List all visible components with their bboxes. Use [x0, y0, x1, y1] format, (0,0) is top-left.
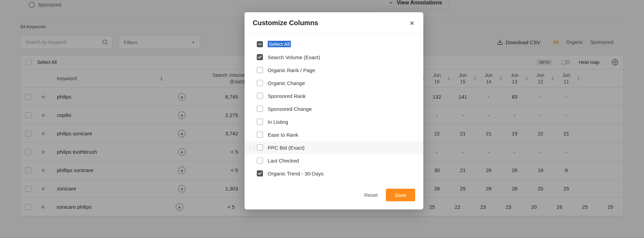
option-label: Ease to Rank — [268, 132, 298, 138]
reset-button[interactable]: Reset — [364, 192, 378, 198]
option-label: Search Volume (Exact) — [268, 54, 320, 60]
option-label: Last Checked — [268, 158, 299, 164]
column-option[interactable]: ⋮⋮ Ease to Rank — [245, 128, 423, 141]
option-checkbox[interactable] — [257, 80, 263, 86]
option-checkbox[interactable] — [257, 54, 263, 60]
option-checkbox[interactable] — [257, 106, 263, 112]
column-option[interactable]: ⋮⋮ Organic Change — [245, 76, 423, 89]
option-checkbox[interactable] — [257, 157, 263, 164]
modal-title: Customize Columns — [253, 19, 318, 27]
option-checkbox[interactable] — [257, 132, 263, 138]
option-label: Sponsored Rank — [268, 93, 306, 99]
customize-columns-modal: Customize Columns Select All ⋮⋮ Search V… — [245, 12, 423, 209]
column-option[interactable]: ⋮⋮ PPC Bid (Exact) — [245, 141, 423, 154]
save-button[interactable]: Save — [386, 189, 415, 201]
column-option[interactable]: ⋮⋮ Sponsored Rank — [245, 89, 423, 102]
option-label: In Listing — [268, 119, 288, 125]
option-checkbox[interactable] — [257, 93, 263, 99]
column-option[interactable]: ⋮⋮ Search Volume (Exact) — [245, 51, 423, 64]
drag-handle-icon[interactable]: ⋮⋮ — [248, 145, 255, 150]
option-checkbox[interactable] — [257, 67, 263, 73]
option-checkbox[interactable] — [257, 119, 263, 125]
column-option[interactable]: ⋮⋮ Organic Rank / Page — [245, 64, 423, 76]
option-label: PPC Bid (Exact) — [268, 145, 304, 151]
option-checkbox[interactable] — [257, 170, 263, 176]
option-label: Organic Rank / Page — [268, 67, 315, 73]
close-icon[interactable] — [409, 20, 415, 26]
option-checkbox[interactable] — [257, 144, 263, 151]
column-option[interactable]: ⋮⋮ Last Checked — [245, 154, 423, 167]
select-all-highlight: Select All — [268, 41, 291, 47]
select-all-option[interactable]: Select All — [245, 37, 423, 51]
select-all-checkbox-modal[interactable] — [257, 41, 263, 47]
option-label: Organic Trend - 30-Days — [268, 171, 324, 176]
option-label: Sponsored Change — [268, 106, 312, 112]
column-option[interactable]: ⋮⋮ Sponsored Change — [245, 102, 423, 115]
option-label: Organic Change — [268, 80, 305, 86]
column-option[interactable]: ⋮⋮ Organic Trend - 30-Days — [245, 167, 423, 180]
column-option[interactable]: ⋮⋮ In Listing — [245, 115, 423, 128]
